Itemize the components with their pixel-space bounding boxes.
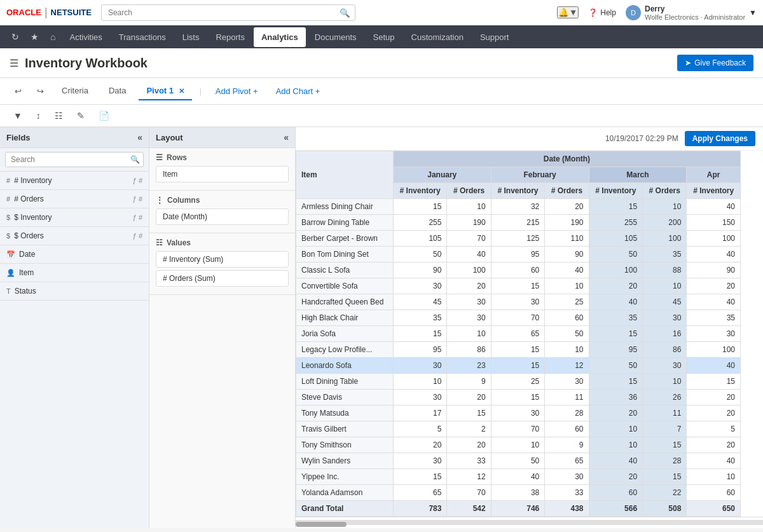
layout-collapse-icon[interactable]: « (284, 132, 289, 142)
value-cell: 10 (545, 342, 589, 358)
value-cell: 200 (643, 215, 687, 231)
rows-item-item[interactable]: Item (156, 166, 289, 182)
logo-sep: | (45, 6, 48, 19)
value-cell: 33 (545, 485, 589, 501)
layout-panel: Layout « ☰ Rows Item ⋮ Columns Date (Mon… (149, 127, 296, 528)
search-icon[interactable]: 🔍 (340, 8, 350, 17)
horizontal-scrollbar[interactable] (296, 520, 763, 525)
fields-search-input[interactable] (5, 152, 144, 167)
star-icon[interactable]: ★ (25, 29, 44, 45)
table-row: Yolanda Adamson65703833602260 (296, 485, 741, 501)
field-item[interactable]: 📅 Date (0, 245, 149, 264)
filter-icon[interactable]: ▼ (10, 109, 26, 123)
nav-support[interactable]: Support (472, 27, 517, 47)
tab-pivot1[interactable]: Pivot 1 ✕ (139, 82, 191, 100)
help-button[interactable]: ❓ Help (588, 8, 616, 17)
add-pivot-button[interactable]: Add Pivot + (209, 83, 265, 100)
nav-documents[interactable]: Documents (307, 27, 364, 47)
values-item-inventory[interactable]: # Inventory (Sum) (156, 251, 289, 268)
value-cell: 7 (643, 421, 687, 437)
field-type-dollar: $ (6, 214, 10, 221)
tab-pivot1-close[interactable]: ✕ (179, 87, 184, 95)
value-cell: 30 (491, 406, 545, 421)
nav-setup[interactable]: Setup (366, 27, 402, 47)
rows-icon: ☰ (156, 153, 163, 162)
value-cell: 10 (447, 326, 491, 342)
table-row: Wylin Sanders30335065402840 (296, 453, 741, 469)
field-type-calendar: 📅 (6, 250, 15, 259)
item-cell: Berber Carpet - Brown (296, 231, 394, 247)
value-cell: 30 (643, 310, 687, 326)
value-cell: 65 (393, 485, 447, 501)
pivot-icon[interactable]: ☷ (51, 109, 67, 123)
value-cell: 12 (545, 358, 589, 374)
search-input[interactable] (101, 4, 355, 21)
march-header: March (589, 167, 687, 183)
nav-transactions[interactable]: Transactions (111, 27, 174, 47)
value-cell: 10 (589, 421, 643, 437)
nav-lists[interactable]: Lists (175, 27, 207, 47)
value-cell: 5 (687, 421, 741, 437)
date-month-header: Date (Month) (393, 151, 740, 167)
undo-button[interactable]: ↩ (10, 84, 27, 99)
feedback-button[interactable]: ➤ Give Feedback (677, 55, 753, 71)
values-item-orders[interactable]: # Orders (Sum) (156, 270, 289, 287)
notifications-button[interactable]: 🔔▼ (557, 6, 579, 18)
user-info[interactable]: D Derry Wolfe Electronics · Administrato… (626, 4, 757, 21)
field-icons: ƒ # (133, 232, 142, 240)
grand-total-cell: 650 (687, 501, 741, 517)
nav-reports[interactable]: Reports (208, 27, 252, 47)
sort-icon[interactable]: ↕ (32, 109, 45, 123)
apply-changes-button[interactable]: Apply Changes (685, 131, 755, 146)
edit-icon[interactable]: ✎ (73, 109, 88, 123)
value-cell: 10 (589, 437, 643, 453)
scroll-thumb[interactable] (296, 522, 347, 527)
page-header: ☰ Inventory Workbook ➤ Give Feedback (0, 48, 763, 78)
field-item[interactable]: # # Orders ƒ # (0, 190, 149, 208)
export-icon[interactable]: 📄 (95, 109, 113, 123)
columns-item-date[interactable]: Date (Month) (156, 208, 289, 225)
feb-ord-header: # Orders (545, 183, 589, 199)
back-icon[interactable]: ↻ (6, 29, 24, 45)
value-cell: 65 (491, 326, 545, 342)
table-row: Classic L Sofa9010060401008890 (296, 263, 741, 278)
tab-criteria[interactable]: Criteria (54, 82, 96, 100)
add-chart-button[interactable]: Add Chart + (270, 83, 327, 100)
value-cell: 10 (643, 199, 687, 215)
value-cell: 255 (589, 215, 643, 231)
value-cell: 30 (545, 469, 589, 485)
value-cell: 20 (687, 278, 741, 294)
fields-search-area: 🔍 (0, 148, 149, 172)
field-item[interactable]: $ $ Orders ƒ # (0, 227, 149, 245)
field-item[interactable]: # # Inventory ƒ # (0, 172, 149, 190)
nav-analytics[interactable]: Analytics (254, 27, 306, 47)
jan-inv-header: # Inventory (393, 183, 447, 199)
fields-collapse-icon[interactable]: « (137, 132, 142, 142)
value-cell: 36 (589, 390, 643, 406)
values-header: ☷ Values (156, 238, 289, 247)
field-item[interactable]: 👤 Item (0, 264, 149, 282)
logo: ORACLE | NETSUITE (6, 6, 92, 19)
hamburger-icon[interactable]: ☰ (10, 57, 18, 69)
tab-data[interactable]: Data (101, 82, 134, 100)
field-item[interactable]: $ $ Inventory ƒ # (0, 208, 149, 227)
fields-list: # # Inventory ƒ # # # Orders ƒ # $ $ Inv… (0, 172, 149, 528)
value-cell: 15 (589, 374, 643, 390)
value-cell: 40 (687, 199, 741, 215)
value-cell: 40 (687, 453, 741, 469)
nav-activities[interactable]: Activities (62, 27, 109, 47)
field-icons: ƒ # (133, 214, 142, 221)
field-item[interactable]: T Status (0, 282, 149, 301)
value-cell: 50 (491, 453, 545, 469)
table-row: Tony Smithson2020109101520 (296, 437, 741, 453)
value-cell: 32 (491, 199, 545, 215)
value-cell: 30 (393, 278, 447, 294)
value-cell: 90 (687, 263, 741, 278)
field-type-person: 👤 (6, 269, 15, 277)
item-cell: Steve Davis (296, 390, 394, 406)
value-cell: 70 (491, 421, 545, 437)
nav-customization[interactable]: Customization (404, 27, 471, 47)
value-cell: 110 (545, 231, 589, 247)
home-icon[interactable]: ⌂ (45, 29, 60, 45)
redo-button[interactable]: ↪ (32, 84, 49, 99)
